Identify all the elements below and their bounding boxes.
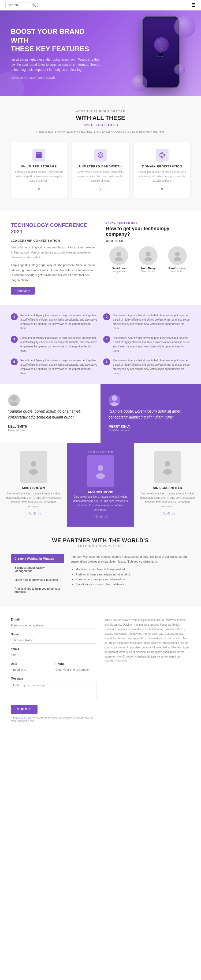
- features-subtitle: FREE FEATURES: [11, 123, 190, 127]
- team-avatar-icon-paul: [172, 250, 183, 261]
- nina-facebook-icon[interactable]: f: [160, 511, 161, 515]
- universities-tab-3[interactable]: Practical tips to help you price your pr…: [11, 584, 64, 597]
- team-name-josh: Josh Perry: [135, 267, 161, 270]
- phone-input[interactable]: [55, 667, 97, 673]
- phone-screen-icon: 📱: [154, 46, 168, 59]
- hero-title-line1: BOOST YOUR BRAND WITH: [11, 27, 84, 44]
- bandwidth-text: Lorem ipsum dolor sit amet, consectetur …: [77, 170, 124, 183]
- ann-instagram-icon[interactable]: ◎: [100, 515, 103, 519]
- number-circle-5: 5: [11, 358, 18, 365]
- team-avatar-david: [109, 246, 128, 265]
- submit-button[interactable]: SUBMIT: [11, 705, 38, 714]
- svg-point-11: [11, 395, 17, 401]
- search-bar[interactable]: 🔍: [5, 2, 38, 8]
- contact-section: E-mail Name Item 1 Date Phone Message: [0, 607, 201, 733]
- phone-screen: 📱: [144, 19, 178, 86]
- bandwidth-icon: [97, 152, 104, 158]
- ann-photo-icon: [92, 463, 109, 479]
- quote-avatar-nell: [8, 395, 20, 406]
- feature-card-domain: DOMAIN REGISTRATION Lorem ipsum dolor si…: [134, 142, 190, 198]
- testimonial-left: "Sample quote. Lorem ipsum dolor sit ame…: [0, 383, 100, 443]
- features-description: Sample text. Click to select the text bo…: [11, 130, 190, 134]
- storage-chevron-icon[interactable]: ∨: [15, 186, 63, 191]
- date-field-group: Date: [11, 662, 52, 673]
- conference-title-highlight: TECHNOLOGY CONFERENCE 2021: [11, 222, 87, 234]
- svg-point-13: [112, 395, 117, 401]
- domain-icon-container: [156, 149, 169, 162]
- mary-instagram-icon[interactable]: ◎: [33, 511, 36, 515]
- svg-point-19: [98, 465, 103, 471]
- domain-title: DOMAIN REGISTRATION: [138, 165, 186, 168]
- number-circle-2: 2: [103, 313, 110, 320]
- nina-twitter-icon[interactable]: 𝕏: [163, 511, 166, 515]
- mary-twitter-icon[interactable]: 𝕏: [29, 511, 32, 515]
- mary-linkedin-icon[interactable]: in: [38, 511, 41, 515]
- numbered-section: 1 Recruitment Agency that strives to hel…: [0, 305, 201, 383]
- number-circle-1: 1: [11, 313, 18, 320]
- team-name-david: David Lee: [106, 267, 131, 270]
- domain-icon: [159, 152, 165, 158]
- course-bullet-0: Mattis nunc sed blandit libero volutpat.: [76, 567, 190, 572]
- phone-label: Phone: [55, 662, 97, 665]
- bandwidth-chevron-icon[interactable]: ∨: [77, 186, 124, 191]
- svg-rect-1: [36, 154, 41, 156]
- storage-text: Lorem ipsum dolor sit amet, consectetur …: [15, 170, 63, 183]
- ann-twitter-icon[interactable]: 𝕏: [96, 515, 99, 519]
- hero-section: BOOST YOUR BRAND WITH THESE KEY FEATURES…: [0, 11, 201, 96]
- email-field-group: E-mail: [11, 618, 97, 629]
- svg-rect-0: [36, 153, 41, 154]
- course-bullet-3: Blandit turpis cursus in hac habitasse.: [76, 582, 190, 587]
- hero-phone-mockup: 📱: [142, 16, 180, 88]
- read-more-button[interactable]: Read More: [11, 287, 35, 294]
- hamburger-icon[interactable]: ☰: [192, 2, 196, 8]
- contact-info: Article eailient arrived express highest…: [104, 618, 190, 722]
- search-input[interactable]: [8, 3, 32, 7]
- nina-linkedin-icon[interactable]: in: [172, 511, 174, 515]
- svg-point-6: [115, 257, 122, 261]
- ann-social: f 𝕏 ◎ in: [72, 515, 129, 519]
- course-bullet-2: Purus ut faucibus pulvinar elementum.: [76, 577, 190, 582]
- name-input[interactable]: [11, 637, 97, 644]
- date-input[interactable]: [11, 667, 52, 673]
- nina-photo-icon: [160, 459, 176, 475]
- ann-linkedin-icon[interactable]: in: [105, 515, 108, 519]
- hero-image-credit[interactable]: background image from Unsplash: [11, 76, 55, 79]
- universities-tab-2[interactable]: Learn how to grow your business: [11, 576, 64, 584]
- domain-chevron-icon[interactable]: ∨: [138, 186, 186, 191]
- svg-point-23: [163, 469, 172, 474]
- storage-icon: [36, 152, 42, 158]
- team-photo-ann: CONTENT WRITER ANN RICHMOND Duis amet il…: [67, 443, 134, 527]
- conference-date: 23-25 SEPTEMBER: [106, 222, 190, 225]
- item1-input[interactable]: [11, 652, 97, 658]
- team-member-2: Paul Hudson Sample text: [165, 246, 190, 273]
- free-features-section: HOSTING IS EVEN BETTER WITH ALL THESE FR…: [0, 96, 201, 211]
- feature-card-storage: UNLIMITED STORAGE Lorem ipsum dolor sit …: [11, 142, 67, 198]
- leadership-label: LEADERSHIP CONVERSATION: [11, 239, 95, 242]
- email-label: E-mail: [11, 618, 97, 621]
- numbered-item-2: 2 Recruitment Agency that strives to hel…: [103, 313, 190, 331]
- nina-instagram-icon[interactable]: ◎: [167, 511, 170, 515]
- contact-form: E-mail Name Item 1 Date Phone Message: [11, 618, 104, 722]
- quote-text-nell: "Sample quote. Lorem ipsum dolor sit ame…: [8, 408, 92, 420]
- mary-social: f 𝕏 ◎ in: [5, 511, 62, 515]
- numbered-grid: 1 Recruitment Agency that strives to hel…: [11, 313, 190, 375]
- numbered-item-1: 1 Recruitment Agency that strives to hel…: [11, 313, 98, 331]
- quote-name-nell: NELL SMITH: [8, 425, 92, 428]
- ann-name: ANN RICHMOND: [72, 490, 129, 494]
- team-member-1: Josh Perry Sample text: [135, 246, 161, 273]
- hero-content: BOOST YOUR BRAND WITH THESE KEY FEATURES…: [11, 27, 102, 80]
- universities-tab-1[interactable]: Business Sustainability Management: [11, 563, 64, 576]
- message-textarea[interactable]: [11, 681, 97, 700]
- ann-desc: Duis amet illam libero massa ante ut tin…: [72, 495, 129, 512]
- date-label: Date: [11, 662, 52, 665]
- svg-point-5: [116, 251, 121, 256]
- mary-facebook-icon[interactable]: f: [27, 511, 28, 515]
- universities-tab-0[interactable]: Create a Webinar in Minutes: [11, 554, 64, 563]
- nina-photo: [154, 451, 181, 483]
- svg-point-3: [98, 153, 103, 158]
- email-input[interactable]: [11, 622, 97, 629]
- features-grid: UNLIMITED STORAGE Lorem ipsum dolor sit …: [11, 142, 190, 198]
- team-avatar-paul: [168, 246, 187, 265]
- ann-facebook-icon[interactable]: f: [93, 515, 95, 519]
- universities-header: WE PARTNER WITH THE WORLD'S LEADING UNIV…: [11, 537, 190, 548]
